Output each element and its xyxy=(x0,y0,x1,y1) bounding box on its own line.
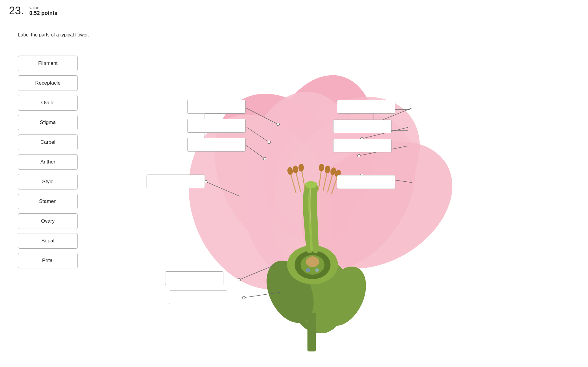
svg-rect-11 xyxy=(307,313,316,351)
svg-point-30 xyxy=(324,165,331,174)
svg-point-10 xyxy=(313,259,375,333)
word-style[interactable]: Style xyxy=(18,174,78,189)
svg-line-41 xyxy=(239,265,275,280)
svg-line-24 xyxy=(327,172,333,192)
svg-point-15 xyxy=(306,256,319,267)
svg-point-38 xyxy=(263,157,266,160)
diagram-area: Filament Receptacle Ovule Stigma Carpel … xyxy=(18,47,568,360)
word-sepal[interactable]: Sepal xyxy=(18,233,78,249)
svg-point-27 xyxy=(293,165,298,173)
svg-point-1 xyxy=(246,62,394,252)
svg-line-21 xyxy=(301,169,305,190)
word-ovule[interactable]: Ovule xyxy=(18,95,78,111)
svg-point-5 xyxy=(243,86,445,300)
svg-line-19 xyxy=(290,172,296,193)
word-anther[interactable]: Anther xyxy=(18,154,78,170)
header-meta: value: 0.52 points xyxy=(29,5,57,16)
svg-point-26 xyxy=(287,167,293,175)
svg-line-43 xyxy=(244,292,284,298)
svg-line-39 xyxy=(206,182,239,196)
svg-line-22 xyxy=(319,169,322,190)
value-label: value: xyxy=(29,5,57,10)
answer-box-8[interactable] xyxy=(337,175,395,189)
svg-point-44 xyxy=(243,296,245,299)
word-ovary[interactable]: Ovary xyxy=(18,213,78,229)
svg-point-13 xyxy=(295,250,330,279)
question-number: 23. xyxy=(9,5,24,16)
svg-point-9 xyxy=(257,253,323,331)
word-petal[interactable]: Petal xyxy=(18,253,78,268)
answer-box-2[interactable] xyxy=(187,119,246,133)
svg-line-35 xyxy=(246,127,269,142)
svg-point-42 xyxy=(238,279,241,281)
svg-point-34 xyxy=(277,123,280,126)
answer-box-3[interactable] xyxy=(187,138,246,152)
svg-line-33 xyxy=(246,108,278,124)
svg-point-12 xyxy=(287,245,338,284)
word-receptacle[interactable]: Receptacle xyxy=(18,75,78,91)
svg-point-29 xyxy=(319,163,325,172)
answer-box-9[interactable] xyxy=(165,271,223,285)
svg-line-37 xyxy=(246,145,265,159)
svg-line-20 xyxy=(295,171,301,192)
answer-box-1[interactable] xyxy=(187,100,246,114)
answer-box-10[interactable] xyxy=(169,290,227,304)
points-value: 0.52 points xyxy=(29,10,57,16)
svg-point-50 xyxy=(358,155,360,157)
svg-point-2 xyxy=(247,68,447,264)
svg-point-28 xyxy=(298,164,304,172)
instructions-text: Label the parts of a typical flower. xyxy=(18,32,570,38)
svg-point-18 xyxy=(305,181,317,188)
answer-box-6[interactable] xyxy=(333,120,392,133)
word-bank: Filament Receptacle Ovule Stigma Carpel … xyxy=(18,56,78,268)
svg-point-7 xyxy=(278,251,344,339)
svg-line-23 xyxy=(323,170,327,191)
svg-point-8 xyxy=(298,259,354,337)
content-area: Label the parts of a typical flower. Fil… xyxy=(0,20,588,367)
svg-point-14 xyxy=(301,255,325,275)
word-stigma[interactable]: Stigma xyxy=(18,115,78,130)
answer-box-5[interactable] xyxy=(337,100,395,114)
word-stamen[interactable]: Stamen xyxy=(18,194,78,209)
svg-point-17 xyxy=(315,268,319,272)
answer-box-7[interactable] xyxy=(333,139,392,152)
svg-point-31 xyxy=(330,167,337,176)
svg-point-36 xyxy=(268,141,271,144)
word-carpel[interactable]: Carpel xyxy=(18,134,78,150)
question-header: 23. value: 0.52 points xyxy=(0,0,588,20)
svg-point-16 xyxy=(306,268,310,272)
answer-box-4[interactable] xyxy=(147,175,205,188)
diagram-svg xyxy=(93,47,565,360)
word-filament[interactable]: Filament xyxy=(18,56,78,71)
